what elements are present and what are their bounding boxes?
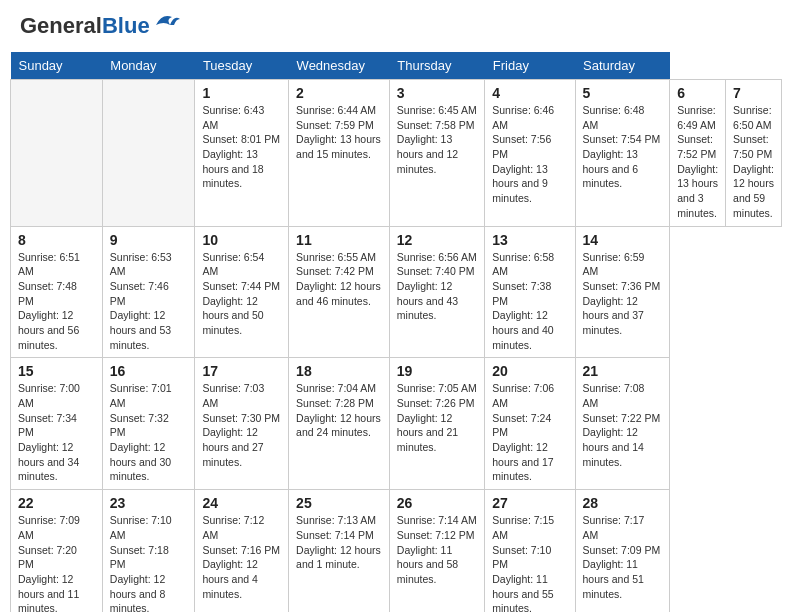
day-cell-7: 7 Sunrise: 6:50 AM Sunset: 7:50 PM Dayli… [726,80,782,227]
calendar-header-row: SundayMondayTuesdayWednesdayThursdayFrid… [11,52,782,80]
day-cell-19: 19 Sunrise: 7:05 AM Sunset: 7:26 PM Dayl… [389,358,484,490]
day-number: 3 [397,85,477,101]
day-cell-10: 10 Sunrise: 6:54 AM Sunset: 7:44 PM Dayl… [195,226,289,358]
day-cell-24: 24 Sunrise: 7:12 AM Sunset: 7:16 PM Dayl… [195,490,289,612]
day-number: 25 [296,495,382,511]
day-cell-27: 27 Sunrise: 7:15 AM Sunset: 7:10 PM Dayl… [485,490,575,612]
day-info: Sunrise: 6:50 AM Sunset: 7:50 PM Dayligh… [733,103,774,221]
day-number: 14 [583,232,663,248]
day-info: Sunrise: 7:10 AM Sunset: 7:18 PM Dayligh… [110,513,188,612]
day-cell-15: 15 Sunrise: 7:00 AM Sunset: 7:34 PM Dayl… [11,358,103,490]
day-info: Sunrise: 7:00 AM Sunset: 7:34 PM Dayligh… [18,381,95,484]
day-cell-12: 12 Sunrise: 6:56 AM Sunset: 7:40 PM Dayl… [389,226,484,358]
day-info: Sunrise: 7:03 AM Sunset: 7:30 PM Dayligh… [202,381,281,469]
day-cell-11: 11 Sunrise: 6:55 AM Sunset: 7:42 PM Dayl… [289,226,390,358]
day-info: Sunrise: 6:46 AM Sunset: 7:56 PM Dayligh… [492,103,567,206]
day-cell-18: 18 Sunrise: 7:04 AM Sunset: 7:28 PM Dayl… [289,358,390,490]
day-cell-14: 14 Sunrise: 6:59 AM Sunset: 7:36 PM Dayl… [575,226,670,358]
day-info: Sunrise: 6:44 AM Sunset: 7:59 PM Dayligh… [296,103,382,162]
day-info: Sunrise: 6:54 AM Sunset: 7:44 PM Dayligh… [202,250,281,338]
logo: GeneralBlue [20,15,180,37]
day-cell-13: 13 Sunrise: 6:58 AM Sunset: 7:38 PM Dayl… [485,226,575,358]
day-header-wednesday: Wednesday [289,52,390,80]
day-number: 26 [397,495,477,511]
day-number: 9 [110,232,188,248]
day-number: 20 [492,363,567,379]
day-cell-1: 1 Sunrise: 6:43 AM Sunset: 8:01 PM Dayli… [195,80,289,227]
calendar-table: SundayMondayTuesdayWednesdayThursdayFrid… [10,52,782,612]
day-cell-2: 2 Sunrise: 6:44 AM Sunset: 7:59 PM Dayli… [289,80,390,227]
day-number: 27 [492,495,567,511]
day-header-sunday: Sunday [11,52,103,80]
day-cell-6: 6 Sunrise: 6:49 AM Sunset: 7:52 PM Dayli… [670,80,726,227]
day-header-tuesday: Tuesday [195,52,289,80]
day-info: Sunrise: 6:48 AM Sunset: 7:54 PM Dayligh… [583,103,663,191]
day-number: 5 [583,85,663,101]
logo-text: GeneralBlue [20,15,150,37]
day-number: 4 [492,85,567,101]
day-info: Sunrise: 6:58 AM Sunset: 7:38 PM Dayligh… [492,250,567,353]
day-info: Sunrise: 7:17 AM Sunset: 7:09 PM Dayligh… [583,513,663,601]
day-number: 16 [110,363,188,379]
day-number: 2 [296,85,382,101]
day-number: 23 [110,495,188,511]
day-info: Sunrise: 7:01 AM Sunset: 7:32 PM Dayligh… [110,381,188,484]
day-cell-28: 28 Sunrise: 7:17 AM Sunset: 7:09 PM Dayl… [575,490,670,612]
day-cell-3: 3 Sunrise: 6:45 AM Sunset: 7:58 PM Dayli… [389,80,484,227]
day-cell-17: 17 Sunrise: 7:03 AM Sunset: 7:30 PM Dayl… [195,358,289,490]
day-cell-8: 8 Sunrise: 6:51 AM Sunset: 7:48 PM Dayli… [11,226,103,358]
day-header-friday: Friday [485,52,575,80]
day-header-thursday: Thursday [389,52,484,80]
day-number: 11 [296,232,382,248]
day-number: 21 [583,363,663,379]
day-info: Sunrise: 6:55 AM Sunset: 7:42 PM Dayligh… [296,250,382,309]
day-info: Sunrise: 6:49 AM Sunset: 7:52 PM Dayligh… [677,103,718,221]
day-number: 12 [397,232,477,248]
day-number: 22 [18,495,95,511]
day-number: 28 [583,495,663,511]
calendar-week-2: 8 Sunrise: 6:51 AM Sunset: 7:48 PM Dayli… [11,226,782,358]
day-cell-5: 5 Sunrise: 6:48 AM Sunset: 7:54 PM Dayli… [575,80,670,227]
day-cell-21: 21 Sunrise: 7:08 AM Sunset: 7:22 PM Dayl… [575,358,670,490]
day-info: Sunrise: 6:56 AM Sunset: 7:40 PM Dayligh… [397,250,477,323]
day-cell-16: 16 Sunrise: 7:01 AM Sunset: 7:32 PM Dayl… [102,358,195,490]
day-number: 1 [202,85,281,101]
day-number: 17 [202,363,281,379]
day-info: Sunrise: 7:05 AM Sunset: 7:26 PM Dayligh… [397,381,477,454]
calendar-week-1: 1 Sunrise: 6:43 AM Sunset: 8:01 PM Dayli… [11,80,782,227]
day-number: 13 [492,232,567,248]
empty-cell [11,80,103,227]
day-info: Sunrise: 7:12 AM Sunset: 7:16 PM Dayligh… [202,513,281,601]
day-info: Sunrise: 7:09 AM Sunset: 7:20 PM Dayligh… [18,513,95,612]
day-number: 19 [397,363,477,379]
day-info: Sunrise: 6:51 AM Sunset: 7:48 PM Dayligh… [18,250,95,353]
day-number: 7 [733,85,774,101]
day-cell-22: 22 Sunrise: 7:09 AM Sunset: 7:20 PM Dayl… [11,490,103,612]
page-header: GeneralBlue [10,10,782,42]
day-cell-4: 4 Sunrise: 6:46 AM Sunset: 7:56 PM Dayli… [485,80,575,227]
day-header-saturday: Saturday [575,52,670,80]
calendar-body: 1 Sunrise: 6:43 AM Sunset: 8:01 PM Dayli… [11,80,782,613]
day-cell-23: 23 Sunrise: 7:10 AM Sunset: 7:18 PM Dayl… [102,490,195,612]
day-info: Sunrise: 6:43 AM Sunset: 8:01 PM Dayligh… [202,103,281,191]
day-header-monday: Monday [102,52,195,80]
day-info: Sunrise: 7:13 AM Sunset: 7:14 PM Dayligh… [296,513,382,572]
day-number: 15 [18,363,95,379]
day-cell-25: 25 Sunrise: 7:13 AM Sunset: 7:14 PM Dayl… [289,490,390,612]
day-cell-20: 20 Sunrise: 7:06 AM Sunset: 7:24 PM Dayl… [485,358,575,490]
logo-bird-icon [152,11,180,33]
day-info: Sunrise: 7:08 AM Sunset: 7:22 PM Dayligh… [583,381,663,469]
calendar-week-3: 15 Sunrise: 7:00 AM Sunset: 7:34 PM Dayl… [11,358,782,490]
day-info: Sunrise: 7:04 AM Sunset: 7:28 PM Dayligh… [296,381,382,440]
day-info: Sunrise: 7:15 AM Sunset: 7:10 PM Dayligh… [492,513,567,612]
day-info: Sunrise: 7:06 AM Sunset: 7:24 PM Dayligh… [492,381,567,484]
day-info: Sunrise: 6:53 AM Sunset: 7:46 PM Dayligh… [110,250,188,353]
empty-cell [102,80,195,227]
day-number: 8 [18,232,95,248]
day-number: 18 [296,363,382,379]
day-number: 10 [202,232,281,248]
day-info: Sunrise: 7:14 AM Sunset: 7:12 PM Dayligh… [397,513,477,586]
day-number: 24 [202,495,281,511]
day-cell-26: 26 Sunrise: 7:14 AM Sunset: 7:12 PM Dayl… [389,490,484,612]
day-info: Sunrise: 6:45 AM Sunset: 7:58 PM Dayligh… [397,103,477,176]
